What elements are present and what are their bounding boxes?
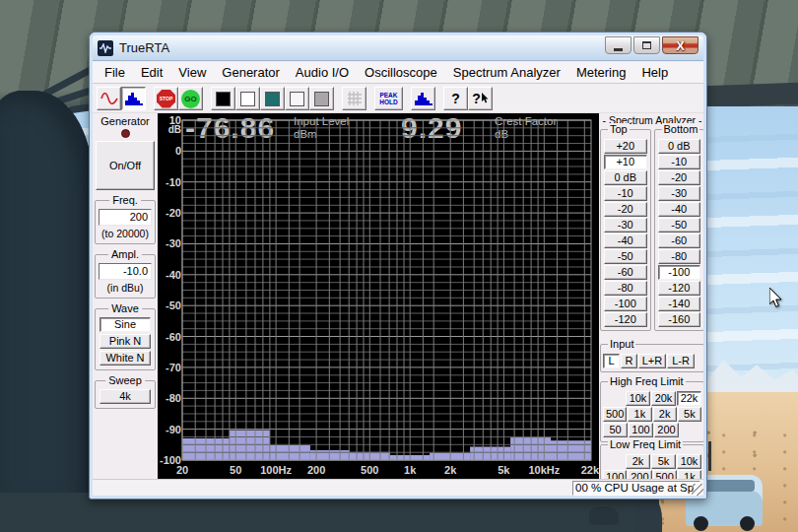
option-button-pink-n[interactable]: Pink N: [100, 334, 151, 349]
x-tick-label: 10kHz: [522, 464, 565, 476]
option-button--100[interactable]: -100: [658, 265, 701, 280]
option-button--30[interactable]: -30: [604, 218, 647, 233]
grid-icon[interactable]: [342, 87, 366, 110]
menu-item-view[interactable]: View: [170, 63, 214, 82]
swatch-white: [240, 92, 255, 106]
freq-input[interactable]: 200: [99, 209, 152, 226]
option-button--40[interactable]: -40: [604, 233, 647, 248]
input-select-l-r[interactable]: L-R: [667, 354, 695, 368]
freq-limit-2k[interactable]: 2k: [653, 407, 677, 422]
option-button--50[interactable]: -50: [658, 218, 701, 233]
app-icon: [98, 40, 113, 56]
help-icon[interactable]: ?: [443, 87, 468, 110]
x-tick-label: 22k: [568, 464, 612, 476]
swatch-teal-button[interactable]: [260, 87, 285, 110]
sine-wave-icon[interactable]: [97, 87, 121, 110]
spectrum-view-icon[interactable]: [121, 87, 146, 110]
freq-limit-50[interactable]: 50: [603, 423, 628, 437]
option-button--50[interactable]: -50: [604, 249, 647, 264]
low-freq-limit-label: Low Freq Limit: [608, 438, 683, 450]
option-button-0-db[interactable]: 0 dB: [658, 139, 701, 154]
resize-grip[interactable]: [692, 484, 703, 496]
freq-limit-10k[interactable]: 10k: [626, 391, 650, 406]
freq-limit-100[interactable]: 100: [629, 423, 653, 437]
freq-limit-2k[interactable]: 2k: [626, 454, 650, 469]
freq-limit-1k[interactable]: 1k: [628, 407, 651, 422]
maximize-button[interactable]: [633, 36, 660, 54]
option-button-0-db[interactable]: 0 dB: [604, 170, 647, 185]
swatch-offwhite-button[interactable]: [285, 87, 309, 110]
option-button--30[interactable]: -30: [658, 186, 701, 201]
option-button--140[interactable]: -140: [658, 297, 701, 311]
peak-hold-button[interactable]: PEAKHOLD: [374, 87, 403, 110]
help-icon: ?: [451, 91, 460, 106]
y-tick-label: -90: [158, 424, 181, 435]
freq-limit-22k[interactable]: 22k: [677, 391, 701, 406]
input-select-r[interactable]: R: [621, 354, 637, 368]
stop-icon[interactable]: STOP: [154, 87, 178, 110]
wave-label: Wave: [108, 302, 142, 314]
x-tick-label: 5k: [482, 464, 525, 476]
option-button-+20[interactable]: +20: [604, 139, 647, 154]
swatch-black-button[interactable]: [211, 87, 235, 110]
bottom-range-group: Bottom 0 dB-10-20-30-40-50-60-80-100-120…: [654, 129, 705, 331]
option-button--20[interactable]: -20: [658, 170, 701, 185]
option-button--100[interactable]: -100: [604, 297, 647, 311]
ampl-input[interactable]: -10.0: [99, 263, 152, 280]
titlebar[interactable]: TrueRTA X: [93, 35, 703, 61]
spectrum-bars-icon[interactable]: [411, 87, 435, 110]
menu-bar: FileEditViewGeneratorAudio I/OOscillosco…: [93, 62, 703, 84]
y-tick-label: 10dB: [158, 114, 181, 135]
close-icon: X: [676, 39, 685, 52]
swatch-white-button[interactable]: [235, 87, 260, 110]
freq-limit-500[interactable]: 500: [603, 407, 627, 422]
option-button--120[interactable]: -120: [604, 312, 647, 327]
swatch-black: [216, 92, 231, 106]
close-button[interactable]: X: [662, 36, 698, 54]
minimize-icon: [614, 48, 623, 51]
swatch-gray-button[interactable]: [309, 87, 334, 110]
menu-item-help[interactable]: Help: [633, 63, 676, 82]
top-range-group: Top +20+100 dB-10-20-30-40-50-60-80-100-…: [600, 129, 651, 331]
y-tick-label: -70: [158, 362, 181, 373]
minimize-button[interactable]: [605, 36, 632, 54]
option-button--80[interactable]: -80: [658, 249, 701, 264]
option-button-+10[interactable]: +10: [604, 155, 647, 169]
option-button--10[interactable]: -10: [604, 186, 647, 201]
freq-limit-5k[interactable]: 5k: [651, 454, 676, 469]
option-button--80[interactable]: -80: [604, 281, 647, 296]
option-button--160[interactable]: -160: [658, 312, 701, 327]
x-tick-label: 20: [161, 464, 204, 476]
input-select-l+r[interactable]: L+R: [638, 354, 666, 368]
menu-item-oscilloscope[interactable]: Oscilloscope: [357, 63, 445, 82]
menu-item-generator[interactable]: Generator: [214, 63, 288, 82]
option-button-white-n[interactable]: White N: [100, 351, 151, 366]
option-button--120[interactable]: -120: [658, 281, 701, 296]
option-button--20[interactable]: -20: [604, 202, 647, 217]
freq-limit-10k[interactable]: 10k: [677, 454, 701, 469]
menu-item-spectrum-analyzer[interactable]: Spectrum Analyzer: [445, 63, 568, 82]
window-title: TrueRTA: [119, 40, 169, 55]
go-icon[interactable]: GO: [178, 87, 203, 110]
option-button--10[interactable]: -10: [658, 155, 701, 169]
generator-onoff-button[interactable]: On/Off: [96, 141, 155, 190]
option-button--40[interactable]: -40: [658, 202, 701, 217]
spectrum-view-icon: [125, 92, 143, 105]
freq-limit-200[interactable]: 200: [654, 423, 679, 437]
spectrum-bars-icon: [415, 92, 432, 105]
wallpaper-mast: [708, 441, 711, 471]
input-select-l[interactable]: L: [603, 354, 620, 368]
sweep-button[interactable]: 4k: [100, 389, 151, 404]
menu-item-file[interactable]: File: [97, 63, 133, 82]
freq-limit-5k[interactable]: 5k: [678, 407, 701, 422]
option-button--60[interactable]: -60: [604, 265, 647, 280]
option-button--60[interactable]: -60: [658, 233, 701, 248]
y-tick-label: -10: [158, 176, 181, 188]
menu-item-audio-i-o[interactable]: Audio I/O: [288, 63, 357, 82]
menu-item-edit[interactable]: Edit: [133, 63, 170, 82]
freq-limit-20k[interactable]: 20k: [651, 391, 676, 406]
context-help-icon[interactable]: ?: [468, 87, 493, 110]
x-tick-label: 100Hz: [254, 464, 298, 476]
menu-item-metering[interactable]: Metering: [568, 63, 634, 82]
option-button-sine[interactable]: Sine: [100, 317, 151, 332]
